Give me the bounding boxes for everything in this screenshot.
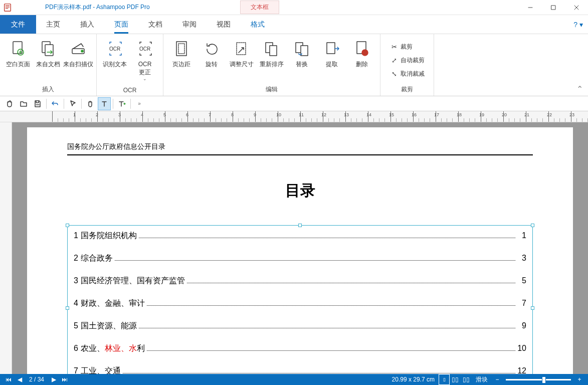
file-menu[interactable]: 文件	[0, 15, 36, 34]
maximize-button[interactable]	[542, 0, 565, 15]
menu-item-5[interactable]: 视图	[207, 15, 241, 34]
from-document-button[interactable]: 来自文档	[33, 37, 63, 84]
ocr-recognize-button[interactable]: OCR 识别文本	[100, 37, 130, 85]
toc-page: 5	[517, 276, 526, 285]
zoom-slider-thumb[interactable]	[542, 376, 546, 383]
resize-handle[interactable]	[531, 306, 534, 310]
toc-title-text: 工业、交通	[81, 366, 121, 374]
ribbon-label-insert: 插入	[3, 84, 93, 96]
replace-button[interactable]: 替换	[287, 37, 317, 84]
first-page-button[interactable]: ⏮	[3, 374, 14, 385]
ribbon-group-crop: ✂裁剪 ⤢自动裁剪 ⤡取消裁减 裁剪	[380, 34, 434, 96]
text-tool-button[interactable]	[98, 97, 111, 110]
menu-item-1[interactable]: 插入	[70, 15, 104, 34]
toc-entry[interactable]: 4 财政、金融、审计7	[74, 298, 526, 309]
margins-icon	[171, 39, 191, 59]
collapse-ribbon-button[interactable]: ⌃	[571, 82, 588, 96]
close-button[interactable]	[565, 0, 588, 15]
page[interactable]: 国务院办公厅政府信息公开目录 目录 1 国务院组织机构12 综合政务33 国民经…	[27, 127, 573, 374]
selected-textbox[interactable]: 1 国务院组织机构12 综合政务33 国民经济管理、国有资产监管54 财政、金融…	[67, 225, 533, 374]
select-tool-button[interactable]	[66, 97, 79, 110]
toc-page: 9	[517, 321, 526, 330]
rotate-icon	[202, 39, 222, 59]
from-scanner-button[interactable]: 来自扫描仪	[63, 37, 93, 84]
toc-entry[interactable]: 7 工业、交通12	[74, 366, 526, 374]
svg-text:OCR: OCR	[109, 46, 120, 52]
toc-entry[interactable]: 2 综合政务3	[74, 253, 526, 264]
app-icon	[0, 0, 15, 15]
prev-page-button[interactable]: ◀	[14, 374, 25, 385]
toc-title: 目录	[67, 180, 533, 201]
hand-tool-button[interactable]	[3, 97, 16, 110]
remove-crop-icon: ⤡	[389, 70, 399, 78]
next-page-button[interactable]: ▶	[48, 374, 59, 385]
rotate-button[interactable]: 旋转	[197, 37, 227, 84]
menu-item-6[interactable]: 格式	[241, 15, 275, 34]
crop-button[interactable]: ✂裁剪	[387, 42, 427, 52]
toc-num: 6	[74, 344, 81, 353]
insert-text-button[interactable]	[115, 97, 128, 110]
auto-crop-button[interactable]: ⤢自动裁剪	[387, 55, 427, 66]
resize-handle[interactable]	[298, 224, 302, 227]
from-scanner-icon	[68, 39, 88, 59]
resize-handle[interactable]	[66, 224, 69, 227]
toc-page: 7	[517, 299, 526, 308]
last-page-button[interactable]: ⏭	[59, 374, 70, 385]
window-title: PDF演示样本.pdf - Ashampoo PDF Pro	[15, 3, 150, 12]
pan-tool-button[interactable]	[84, 97, 97, 110]
document-area: 国务院办公厅政府信息公开目录 目录 1 国务院组织机构12 综合政务33 国民经…	[0, 122, 588, 374]
resize-handle[interactable]	[66, 306, 69, 310]
blank-page-button[interactable]: 空白页面	[3, 37, 33, 84]
view-mode-single[interactable]: ▯	[439, 374, 450, 385]
toc-entry[interactable]: 5 国土资源、能源9	[74, 321, 526, 331]
ocr-icon: OCR	[105, 39, 125, 59]
save-button[interactable]	[31, 97, 44, 110]
remove-crop-button[interactable]: ⤡取消裁减	[387, 69, 427, 79]
menu-item-0[interactable]: 主页	[36, 15, 70, 34]
replace-icon	[292, 39, 312, 59]
zoom-out-button[interactable]: −	[492, 374, 503, 385]
open-button[interactable]	[17, 97, 30, 110]
svg-point-7	[81, 50, 83, 52]
page-indicator[interactable]: 2 / 34	[25, 376, 48, 383]
toc-dots	[139, 328, 515, 328]
crop-icon: ✂	[389, 43, 399, 51]
menu-item-4[interactable]: 审阅	[172, 15, 207, 34]
resize-handle[interactable]	[531, 224, 534, 227]
menu-item-3[interactable]: 文档	[138, 15, 172, 34]
ocr-correct-button[interactable]: OCR OCR 更正 ⌄	[130, 37, 160, 85]
document-viewport[interactable]: 国务院办公厅政府信息公开目录 目录 1 国务院组织机构12 综合政务33 国民经…	[12, 122, 588, 374]
delete-button[interactable]: 删除	[347, 37, 377, 84]
view-mode-continuous[interactable]: ▯▯	[450, 374, 461, 385]
zoom-slider[interactable]	[506, 379, 571, 380]
toc-page: 1	[517, 231, 526, 240]
undo-button[interactable]	[49, 97, 62, 110]
zoom-in-button[interactable]: +	[574, 374, 585, 385]
toc-num: 7	[74, 366, 81, 374]
resize-button[interactable]: 调整尺寸	[227, 37, 257, 84]
context-tab-textbox[interactable]: 文本框	[240, 1, 279, 14]
ribbon: 空白页面 来自文档 来自扫描仪 插入 OCR 识别文本 OCR OCR 更正 ⌄	[0, 34, 588, 96]
toc-dots	[187, 283, 515, 283]
svg-rect-0	[5, 4, 11, 11]
toc-dots	[147, 305, 515, 306]
toc-entry[interactable]: 3 国民经济管理、国有资产监管5	[74, 276, 526, 286]
extract-button[interactable]: 提取	[317, 37, 347, 84]
qat-overflow-button[interactable]: »	[133, 97, 146, 110]
toc-entry[interactable]: 1 国务院组织机构1	[74, 231, 526, 241]
ribbon-group-edit: 页边距 旋转 调整尺寸 重新排序 替换 提取 删除 编辑	[163, 34, 380, 96]
toc-dots	[147, 350, 515, 351]
page-header: 国务院办公厅政府信息公开目录	[67, 142, 533, 155]
view-mode-facing[interactable]: ▯▯	[461, 374, 472, 385]
svg-rect-1	[551, 6, 555, 10]
svg-rect-5	[45, 45, 53, 56]
slider-label: 滑块	[472, 375, 492, 384]
reorder-button[interactable]: 重新排序	[257, 37, 287, 84]
help-button[interactable]: ? ▾	[568, 15, 588, 34]
menu-item-2[interactable]: 页面	[104, 15, 138, 34]
toc-entry[interactable]: 6 农业、林业、水利10	[74, 343, 526, 354]
minimize-button[interactable]	[519, 0, 542, 15]
toc-dots	[115, 260, 515, 261]
menu-bar: 文件 主页插入页面文档审阅视图格式 ? ▾	[0, 15, 588, 34]
margins-button[interactable]: 页边距	[166, 37, 197, 84]
